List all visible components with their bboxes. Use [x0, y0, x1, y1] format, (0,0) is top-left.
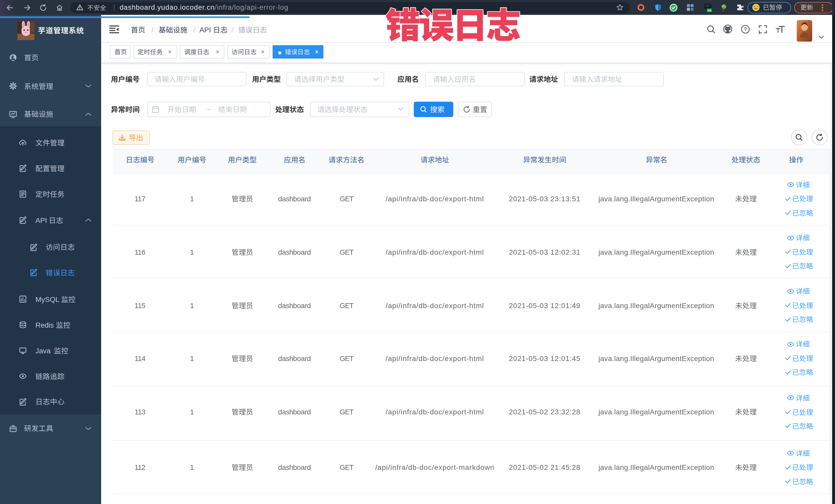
svg-text:on: on	[708, 9, 711, 12]
svg-text:?: ?	[744, 26, 747, 32]
